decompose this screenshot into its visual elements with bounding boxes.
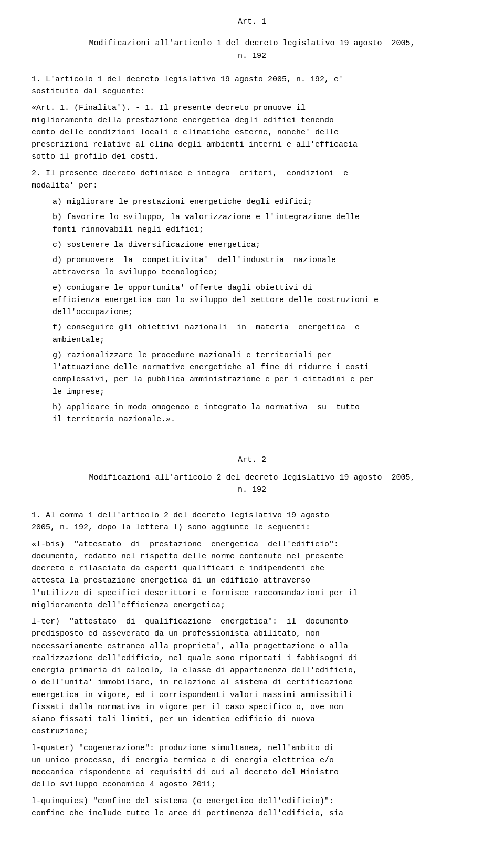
art1-item-a: a) migliorare le prestazioni energetiche… (32, 196, 472, 208)
art1-paragraph1: 1. L'articolo 1 del decreto legislativo … (32, 74, 472, 98)
art2-title: Art. 2 (32, 454, 472, 466)
art1-section-title: Modificazioni all'articolo 1 del decreto… (32, 37, 472, 62)
art1-title: Art. 1 (32, 16, 472, 28)
art1-section-text: Modificazioni all'articolo 1 del decreto… (89, 39, 415, 60)
art1-paragraph3: 2. Il presente decreto definisce e integ… (32, 168, 472, 192)
art2-lquater: l-quater) "cogenerazione": produzione si… (32, 742, 472, 791)
art2-lbis: «l-bis) "attestato di prestazione energe… (32, 538, 472, 612)
art1-item-g: g) razionalizzare le procedure nazionali… (32, 349, 472, 398)
art2-lter: l-ter) "attestato di qualificazione ener… (32, 616, 472, 738)
art2-paragraph1: 1. Al comma 1 dell'articolo 2 del decret… (32, 510, 472, 534)
art1-item-h: h) applicare in modo omogeneo e integrat… (32, 401, 472, 426)
art2-header: Art. 2 Modificazioni all'articolo 2 del … (32, 454, 472, 496)
art1-item-c: c) sostenere la diversificazione energet… (32, 239, 472, 251)
art1-item-d: d) promuovere la competitivita' dell'ind… (32, 254, 472, 279)
art1-item-b: b) favorire lo sviluppo, la valorizzazio… (32, 211, 472, 236)
page-container: Art. 1 Modificazioni all'articolo 1 del … (0, 0, 504, 852)
art1-item-e: e) coniugare le opportunita' offerte dag… (32, 282, 472, 319)
art2-lquinquies: l-quinquies) "confine del sistema (o ene… (32, 795, 472, 820)
art1-paragraph2: «Art. 1. (Finalita'). - 1. Il presente d… (32, 102, 472, 163)
art2-section-title: Modificazioni all'articolo 2 del decreto… (32, 472, 472, 496)
art1-item-f: f) conseguire gli obiettivi nazionali in… (32, 321, 472, 346)
